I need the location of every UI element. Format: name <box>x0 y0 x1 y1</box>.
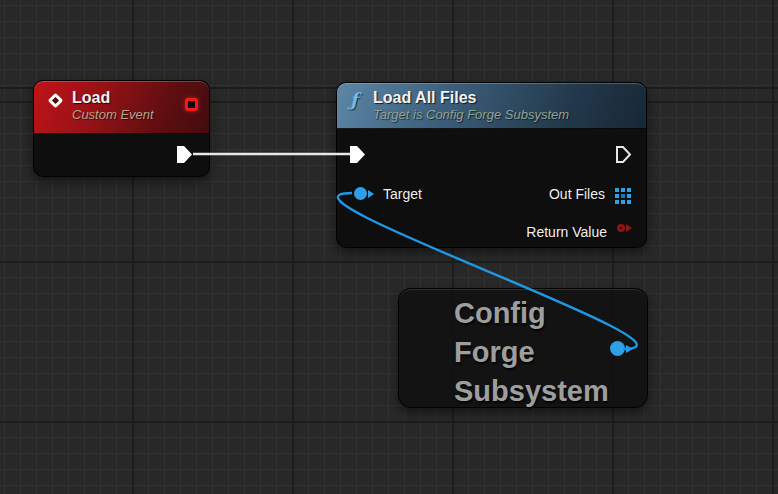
out-files-pin-label: Out Files <box>549 185 605 203</box>
blueprint-graph-canvas[interactable]: Load Custom Event ƒ Load All Files Targe… <box>0 0 778 494</box>
load-all-files-subtitle: Target is Config Forge Subsystem <box>373 107 646 123</box>
load-all-files-header: ƒ Load All Files Target is Config Forge … <box>337 83 646 129</box>
target-pin-arrow <box>368 190 374 198</box>
target-pin-label: Target <box>383 185 422 203</box>
custom-event-icon <box>48 93 64 109</box>
title-line: Subsystem <box>454 372 647 411</box>
return-value-pin-label: Return Value <box>526 223 607 241</box>
subsystem-pin-arrow <box>626 345 633 353</box>
delegate-pin-icon[interactable] <box>185 98 198 111</box>
return-value-pin[interactable] <box>617 224 632 232</box>
node-load-all-files[interactable]: ƒ Load All Files Target is Config Forge … <box>336 82 647 248</box>
out-files-array-pin[interactable] <box>615 188 631 204</box>
exec-output-pin[interactable] <box>177 146 193 163</box>
exec-output-pin[interactable] <box>616 146 632 163</box>
return-pin-arrow <box>626 224 632 232</box>
load-all-files-title: Load All Files <box>373 89 646 107</box>
function-icon: ƒ <box>350 91 358 109</box>
subsystem-pin-circle <box>610 341 625 356</box>
target-input-pin[interactable] <box>354 187 374 200</box>
node-load-custom-event[interactable]: Load Custom Event <box>33 80 210 177</box>
load-node-header: Load Custom Event <box>34 81 209 134</box>
return-pin-circle <box>617 224 625 232</box>
exec-input-pin[interactable] <box>350 146 366 163</box>
target-pin-circle <box>354 187 367 200</box>
title-line: Config <box>454 294 647 333</box>
subsystem-output-pin[interactable] <box>610 341 633 356</box>
node-config-forge-subsystem[interactable]: Config Forge Subsystem <box>398 288 648 408</box>
